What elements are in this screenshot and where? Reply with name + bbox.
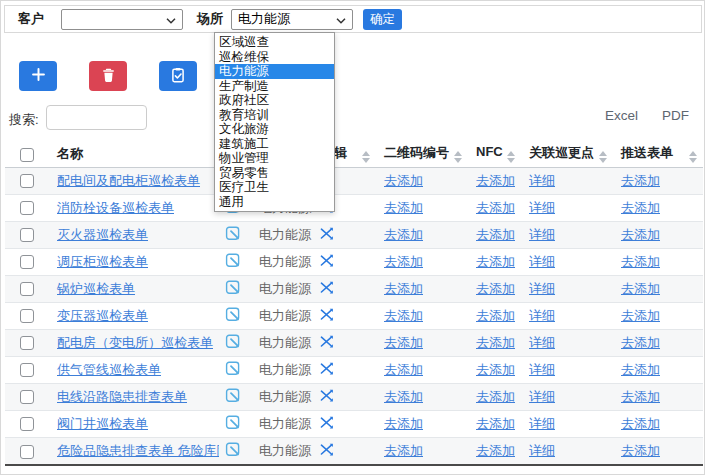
sort-arrows-icon[interactable] [599,151,607,163]
export-excel-button[interactable]: Excel [605,108,638,123]
nfc-add-link[interactable]: 去添加 [476,308,515,323]
patrol-detail-link[interactable]: 详细 [529,416,555,431]
qr-add-link[interactable]: 去添加 [384,335,423,350]
confirm-button[interactable]: 确定 [363,9,402,30]
push-add-link[interactable]: 去添加 [621,389,660,404]
preview-icon[interactable] [225,387,241,406]
form-name-link[interactable]: 阀门井巡检表单 [57,416,148,431]
row-checkbox[interactable] [20,445,34,459]
preview-icon[interactable] [225,360,241,379]
push-add-link[interactable]: 去添加 [621,173,660,188]
qr-add-link[interactable]: 去添加 [384,362,423,377]
column-header[interactable]: 推送表单 [613,141,703,167]
form-name-link[interactable]: 配电间及配电柜巡检表单 [57,173,200,188]
form-name-link[interactable]: 消防栓设备巡检表单 [57,200,174,215]
row-checkbox[interactable] [20,282,34,296]
column-header[interactable]: NFC [468,141,521,167]
push-add-link[interactable]: 去添加 [621,308,660,323]
push-add-link[interactable]: 去添加 [621,254,660,269]
edit-shuffle-icon[interactable] [319,253,334,271]
venue-option[interactable]: 物业管理 [215,151,334,166]
form-name-link[interactable]: 锅炉巡检表单 [57,281,135,296]
column-header[interactable]: 名称 [49,141,219,167]
venue-option[interactable]: 建筑施工 [215,137,334,152]
select-all-checkbox[interactable] [20,148,34,162]
qr-add-link[interactable]: 去添加 [384,308,423,323]
venue-option[interactable]: 区域巡查 [215,35,334,50]
sort-arrows-icon[interactable] [454,151,462,163]
column-header[interactable]: 二维码编号 [376,141,468,167]
preview-icon[interactable] [225,279,241,298]
preview-icon[interactable] [225,441,241,460]
patrol-detail-link[interactable]: 详细 [529,173,555,188]
patrol-detail-link[interactable]: 详细 [529,335,555,350]
venue-option[interactable]: 政府社区 [215,93,334,108]
nfc-add-link[interactable]: 去添加 [476,416,515,431]
customer-select[interactable] [61,9,183,30]
edit-shuffle-icon[interactable] [319,415,334,433]
patrol-detail-link[interactable]: 详细 [529,227,555,242]
qr-add-link[interactable]: 去添加 [384,227,423,242]
patrol-detail-link[interactable]: 详细 [529,254,555,269]
row-checkbox[interactable] [20,201,34,215]
venue-select[interactable]: 电力能源 [231,9,353,30]
form-name-link[interactable]: 配电房（变电所）巡检表单 [57,335,213,350]
nfc-add-link[interactable]: 去添加 [476,227,515,242]
venue-option[interactable]: 巡检维保 [215,50,334,65]
patrol-detail-link[interactable]: 详细 [529,281,555,296]
nfc-add-link[interactable]: 去添加 [476,281,515,296]
nfc-add-link[interactable]: 去添加 [476,335,515,350]
push-add-link[interactable]: 去添加 [621,416,660,431]
edit-shuffle-icon[interactable] [319,442,334,460]
sort-arrows-icon[interactable] [507,151,515,163]
patrol-detail-link[interactable]: 详细 [529,443,555,458]
row-checkbox[interactable] [20,309,34,323]
qr-add-link[interactable]: 去添加 [384,200,423,215]
qr-add-link[interactable]: 去添加 [384,416,423,431]
row-checkbox[interactable] [20,417,34,431]
qr-add-link[interactable]: 去添加 [384,389,423,404]
patrol-detail-link[interactable]: 详细 [529,389,555,404]
search-input[interactable] [46,105,147,130]
nfc-add-link[interactable]: 去添加 [476,200,515,215]
preview-icon[interactable] [225,306,241,325]
venue-option[interactable]: 生产制造 [215,79,334,94]
patrol-detail-link[interactable]: 详细 [529,200,555,215]
patrol-detail-link[interactable]: 详细 [529,362,555,377]
export-pdf-button[interactable]: PDF [662,108,689,123]
qr-add-link[interactable]: 去添加 [384,443,423,458]
form-name-link[interactable]: 变压器巡检表单 [57,308,148,323]
edit-shuffle-icon[interactable] [319,361,334,379]
venue-option[interactable]: 通用 [215,195,334,210]
venue-option[interactable]: 文化旅游 [215,122,334,137]
preview-icon[interactable] [225,225,241,244]
edit-shuffle-icon[interactable] [319,334,334,352]
form-name-link[interactable]: 电线沿路隐患排查表单 [57,389,187,404]
push-add-link[interactable]: 去添加 [621,443,660,458]
row-checkbox[interactable] [20,363,34,377]
row-checkbox[interactable] [20,336,34,350]
push-add-link[interactable]: 去添加 [621,362,660,377]
push-add-link[interactable]: 去添加 [621,227,660,242]
nfc-add-link[interactable]: 去添加 [476,443,515,458]
row-checkbox[interactable] [20,390,34,404]
nfc-add-link[interactable]: 去添加 [476,389,515,404]
patrol-detail-link[interactable]: 详细 [529,308,555,323]
form-name-link[interactable]: 灭火器巡检表单 [57,227,148,242]
column-header[interactable]: 关联巡更点 [521,141,613,167]
push-add-link[interactable]: 去添加 [621,335,660,350]
nfc-add-link[interactable]: 去添加 [476,173,515,188]
form-name-link[interactable]: 危险品隐患排查表单 危险库隐患 [57,443,219,458]
add-button[interactable] [19,61,57,91]
row-checkbox[interactable] [20,174,34,188]
sort-arrows-icon[interactable] [689,151,697,163]
edit-shuffle-icon[interactable] [319,307,334,325]
push-add-link[interactable]: 去添加 [621,200,660,215]
venue-option[interactable]: 贸易零售 [215,166,334,181]
review-forms-button[interactable] [159,61,197,91]
row-checkbox[interactable] [20,255,34,269]
edit-shuffle-icon[interactable] [319,226,334,244]
edit-shuffle-icon[interactable] [319,280,334,298]
nfc-add-link[interactable]: 去添加 [476,362,515,377]
edit-shuffle-icon[interactable] [319,388,334,406]
